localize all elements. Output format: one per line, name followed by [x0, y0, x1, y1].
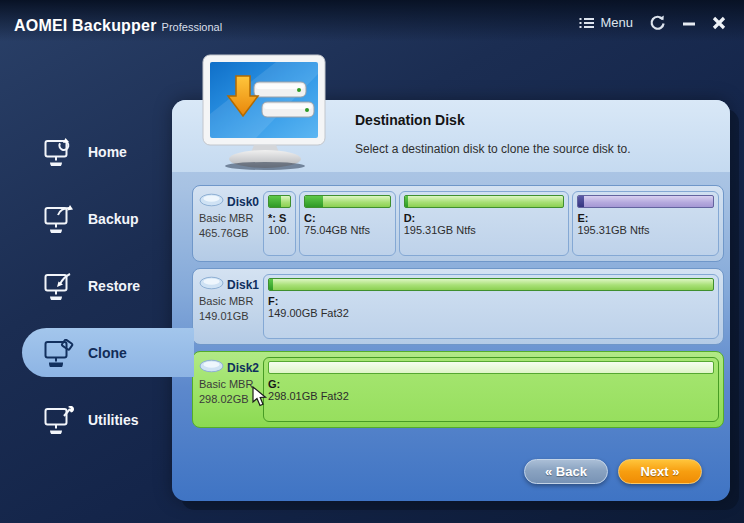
clone-icon: [44, 339, 76, 367]
restore-icon: [44, 272, 76, 300]
partition-label: C:: [304, 212, 391, 224]
disk-size: 298.02GB: [199, 392, 259, 407]
partition-used-fill: [269, 279, 273, 290]
destination-disk-icon: [196, 54, 334, 174]
disk-row-disk1[interactable]: Disk1Basic MBR149.01GBF:149.00GB Fat32: [192, 268, 724, 345]
partition-capacity-bar: [304, 195, 391, 208]
partition-d: D:195.31GB Ntfs: [399, 191, 570, 256]
partition-used-fill: [269, 196, 281, 207]
app-window: Destination Disk Select a destination di…: [0, 0, 744, 523]
back-button[interactable]: « Back: [524, 459, 608, 484]
home-icon: [44, 138, 76, 166]
partition-info: 195.31GB Ntfs: [404, 224, 565, 236]
partition-strip: F:149.00GB Fat32: [263, 274, 719, 339]
partition-capacity-bar: [268, 278, 714, 291]
close-icon: [712, 16, 726, 30]
sidebar-item-home[interactable]: Home: [0, 118, 172, 185]
sidebar-item-restore[interactable]: Restore: [0, 252, 172, 319]
backup-icon: [44, 205, 76, 233]
partition-info: 195.31GB Ntfs: [577, 224, 714, 236]
partition-capacity-bar: [404, 195, 565, 208]
partition-info: 100.: [268, 224, 291, 236]
disk-type: Basic MBR: [199, 211, 259, 226]
disk-type: Basic MBR: [199, 377, 259, 392]
mouse-cursor: [252, 386, 268, 412]
disk-name: Disk1: [227, 278, 259, 292]
partition-e: E:195.31GB Ntfs: [572, 191, 719, 256]
app-title: AOMEI BackupperProfessional: [14, 17, 222, 35]
page-subtitle: Select a destination disk to clone the s…: [355, 142, 631, 156]
partition-g: G:298.01GB Fat32: [263, 357, 719, 422]
partition-info: 149.00GB Fat32: [268, 307, 714, 319]
partition-label: G:: [268, 378, 714, 390]
disk-size: 465.76GB: [199, 226, 259, 241]
next-button[interactable]: Next »: [618, 459, 702, 484]
sidebar-item-label: Home: [88, 144, 127, 160]
close-button[interactable]: [712, 16, 726, 30]
minimize-button[interactable]: [682, 16, 696, 30]
disk-info: Disk1Basic MBR149.01GB: [199, 274, 259, 339]
partition-label: E:: [577, 212, 714, 224]
partition-used-fill: [578, 196, 583, 207]
disk-icon: [199, 276, 224, 294]
sidebar-item-label: Clone: [88, 345, 127, 361]
disk-type: Basic MBR: [199, 294, 259, 309]
app-edition: Professional: [162, 21, 223, 33]
partition-label: F:: [268, 295, 714, 307]
refresh-button[interactable]: [649, 14, 666, 31]
disk-row-disk0[interactable]: Disk0Basic MBR465.76GB*: S100.C:75.04GB …: [192, 185, 724, 262]
partition-c: C:75.04GB Ntfs: [299, 191, 396, 256]
partition-strip: *: S100.C:75.04GB NtfsD:195.31GB NtfsE:1…: [263, 191, 719, 256]
partition-*s: *: S100.: [263, 191, 296, 256]
partition-capacity-bar: [268, 195, 291, 208]
refresh-icon: [649, 14, 666, 31]
disk-list: Disk0Basic MBR465.76GB*: S100.C:75.04GB …: [192, 185, 724, 434]
disk-name: Disk2: [227, 361, 259, 375]
minimize-icon: [682, 16, 696, 30]
disk-size: 149.01GB: [199, 309, 259, 324]
menu-label: Menu: [600, 15, 633, 30]
partition-label: *: S: [268, 212, 291, 224]
sidebar: HomeBackupRestoreCloneUtilities: [0, 118, 172, 453]
disk-row-disk2[interactable]: Disk2Basic MBR298.02GBG:298.01GB Fat32: [192, 351, 724, 428]
partition-f: F:149.00GB Fat32: [263, 274, 719, 339]
partition-strip: G:298.01GB Fat32: [263, 357, 719, 422]
partition-used-fill: [405, 196, 408, 207]
partition-info: 75.04GB Ntfs: [304, 224, 391, 236]
menu-button[interactable]: Menu: [579, 15, 633, 30]
partition-used-fill: [305, 196, 323, 207]
app-name: AOMEI Backupper: [14, 17, 157, 34]
disk-info: Disk2Basic MBR298.02GB: [199, 357, 259, 422]
disk-info: Disk0Basic MBR465.76GB: [199, 191, 259, 256]
sidebar-item-label: Utilities: [88, 412, 139, 428]
titlebar: AOMEI BackupperProfessional Menu: [0, 0, 744, 46]
disk-icon: [199, 359, 224, 377]
utilities-icon: [44, 406, 76, 434]
partition-info: 298.01GB Fat32: [268, 390, 714, 402]
partition-capacity-bar: [577, 195, 714, 208]
partition-capacity-bar: [268, 361, 714, 374]
menu-list-icon: [579, 17, 594, 29]
sidebar-item-label: Restore: [88, 278, 140, 294]
sidebar-item-utilities[interactable]: Utilities: [0, 386, 172, 453]
page-title: Destination Disk: [355, 112, 465, 128]
partition-label: D:: [404, 212, 565, 224]
sidebar-item-backup[interactable]: Backup: [0, 185, 172, 252]
wizard-footer: « Back Next »: [524, 459, 702, 484]
sidebar-item-label: Backup: [88, 211, 139, 227]
sidebar-item-clone[interactable]: Clone: [0, 319, 172, 386]
disk-icon: [199, 193, 224, 211]
disk-name: Disk0: [227, 195, 259, 209]
